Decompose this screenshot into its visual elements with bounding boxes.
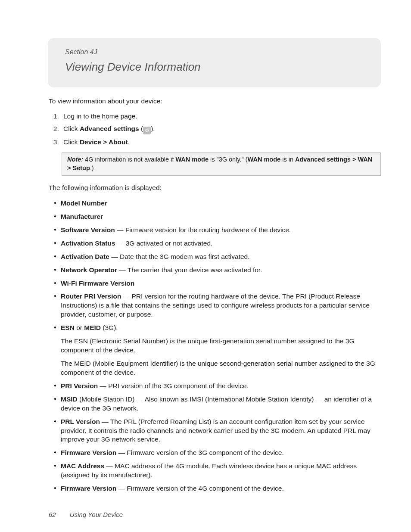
label: Manufacturer (61, 213, 103, 220)
label: Software Version (61, 226, 115, 233)
label: Activation Date (61, 253, 109, 260)
label: MAC Address (61, 462, 104, 470)
document-page: Section 4J Viewing Device Information To… (0, 0, 411, 532)
step-3: Click Device > About. (61, 138, 381, 147)
desc: — 3G activated or not activated. (115, 240, 213, 247)
label: Router PRI Version (61, 292, 121, 300)
item-activation-status: Activation Status — 3G activated or not … (55, 239, 381, 248)
note-text-c: is "3G only." ( (209, 156, 248, 163)
label: Activation Status (61, 240, 115, 247)
desc: — The carrier that your device was activ… (117, 266, 262, 274)
item-mac-address: MAC Address — MAC address of the 4G modu… (55, 462, 381, 480)
meid-paragraph: The MEID (Mobile Equipment Identifier) i… (61, 359, 381, 377)
or: or (75, 324, 84, 331)
step-2: Click Advanced settings (⚙). (61, 124, 381, 134)
step-1: Log in to the home page. (61, 112, 381, 121)
list-intro: The following information is displayed: (49, 184, 381, 193)
item-firmware-4g: Firmware Version — Firmware version of t… (55, 484, 381, 493)
item-pri-version: PRI Version — PRI version of the 3G comp… (55, 382, 381, 391)
section-header: Section 4J Viewing Device Information (48, 38, 381, 87)
step-2-close: ). (151, 125, 155, 132)
section-label: Section 4J (65, 47, 364, 57)
page-number: 62 (49, 511, 56, 518)
label-meid: MEID (84, 324, 101, 331)
item-prl-version: PRL Version — The PRL (Preferred Roaming… (55, 417, 381, 445)
desc: — Date that the 3G modem was first activ… (109, 253, 250, 260)
step-2-prefix: Click (63, 125, 80, 132)
desc: — MAC address of the 4G module. Each wir… (61, 462, 357, 479)
esn-paragraph: The ESN (Electronic Serial Number) is th… (61, 337, 381, 355)
note-text-e: is in (280, 156, 295, 163)
footer-title: Using Your Device (70, 511, 123, 518)
desc: — Firmware version of the 4G component o… (116, 485, 284, 492)
item-activation-date: Activation Date — Date that the 3G modem… (55, 252, 381, 261)
item-software-version: Software Version — Firmware version for … (55, 226, 381, 235)
label: Network Operator (61, 266, 117, 274)
step-3-bold: Device > About (80, 138, 128, 146)
item-network-operator: Network Operator — The carrier that your… (55, 266, 381, 275)
steps-list: Log in to the home page. Click Advanced … (49, 112, 381, 147)
label: MSID (61, 395, 78, 403)
desc: — Firmware version for the routing hardw… (115, 226, 291, 233)
label: Model Number (61, 199, 107, 207)
section-title: Viewing Device Information (65, 59, 364, 75)
page-footer: 62 Using Your Device (49, 510, 381, 519)
note-text-a: 4G information is not available if (83, 156, 175, 163)
label: PRL Version (61, 418, 100, 425)
desc: — PRI version of the 3G component of the… (98, 382, 249, 389)
desc: — Firmware version of the 3G component o… (116, 449, 284, 456)
note-wan1: WAN mode (175, 156, 209, 163)
note-wan2: WAN mode (248, 156, 281, 163)
step-2-bold: Advanced settings (80, 125, 139, 132)
item-msid: MSID (Mobile Station ID) — Also known as… (55, 395, 381, 413)
item-router-pri: Router PRI Version — PRI version for the… (55, 292, 381, 319)
gear-icon: ⚙ (143, 127, 151, 134)
note-text-g: .) (90, 165, 94, 171)
label: Wi-Fi Firmware Version (61, 280, 134, 287)
step-3-suffix: . (128, 138, 130, 146)
item-esn-meid: ESN or MEID (3G). The ESN (Electronic Se… (55, 324, 381, 377)
desc: (Mobile Station ID) — Also known as IMSI… (61, 395, 372, 412)
note-box: Note: 4G information is not available if… (62, 152, 381, 175)
item-wifi-firmware: Wi-Fi Firmware Version (55, 279, 381, 288)
step-2-open: ( (139, 125, 143, 132)
label-esn: ESN (61, 324, 75, 331)
intro-text: To view information about your device: (49, 97, 381, 106)
item-manufacturer: Manufacturer (55, 212, 381, 221)
label: Firmware Version (61, 449, 116, 456)
label: PRI Version (61, 382, 98, 389)
info-list: Model Number Manufacturer Software Versi… (49, 199, 381, 493)
label: Firmware Version (61, 485, 116, 492)
item-firmware-3g: Firmware Version — Firmware version of t… (55, 448, 381, 457)
step-3-prefix: Click (63, 138, 80, 146)
desc: (3G). (101, 324, 118, 331)
item-model-number: Model Number (55, 199, 381, 208)
desc: — The PRL (Preferred Roaming List) is an… (61, 418, 371, 443)
note-lead: Note: (67, 156, 83, 163)
